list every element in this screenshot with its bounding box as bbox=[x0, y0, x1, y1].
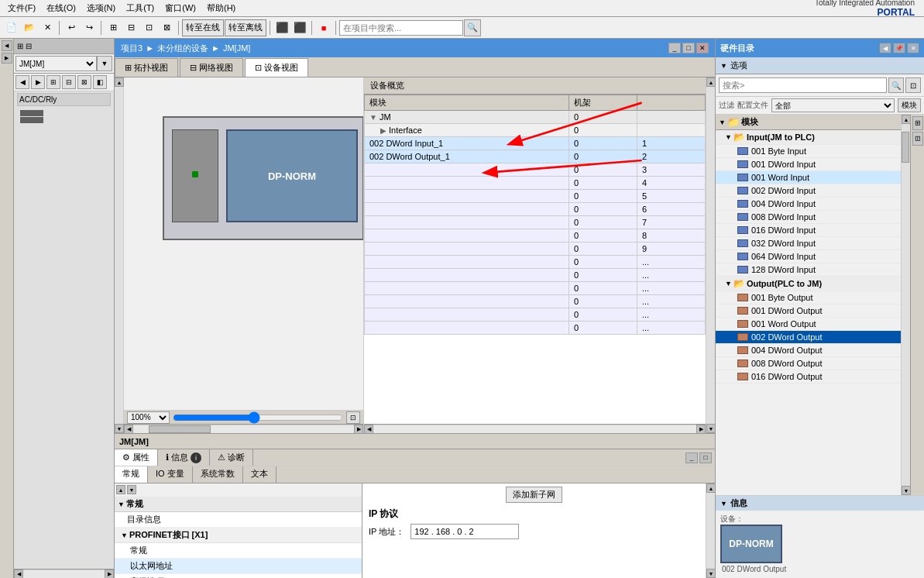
catalog-output-group[interactable]: ▼ 📂 Output(PLC to JM) bbox=[716, 277, 901, 291]
catalog-collapse[interactable]: ◀ bbox=[879, 43, 891, 53]
titlebar-minimize[interactable]: _ bbox=[668, 43, 681, 53]
toolbar-go-online[interactable]: 转至在线 bbox=[182, 19, 224, 36]
catalog-item-002-dword-output[interactable]: 002 DWord Output bbox=[716, 331, 901, 344]
prop-item-general2[interactable]: 常规 bbox=[115, 543, 362, 559]
breadcrumb-project[interactable]: 项目3 bbox=[121, 43, 143, 54]
menu-tools[interactable]: 工具(T) bbox=[122, 1, 159, 15]
prop-item-advanced[interactable]: 高级选项 bbox=[115, 574, 362, 578]
status-minimize[interactable]: _ bbox=[685, 452, 698, 463]
prop-group-profinet[interactable]: ▼ PROFINET接口 [X1] bbox=[115, 528, 362, 543]
catalog-search-btn2[interactable]: ⊡ bbox=[905, 77, 921, 93]
toolbar-btn5[interactable]: ⬛ bbox=[273, 19, 290, 36]
menu-window[interactable]: 窗口(W) bbox=[160, 1, 201, 15]
table-row[interactable]: 0 ... bbox=[365, 322, 706, 335]
prop-group-general[interactable]: ▼ 常规 bbox=[115, 497, 362, 512]
status-tab-info[interactable]: ℹ 信息 i bbox=[158, 449, 210, 466]
table-row[interactable]: 0 6 bbox=[365, 203, 706, 216]
catalog-search[interactable] bbox=[719, 77, 887, 93]
catalog-item-004-dword-input[interactable]: 004 DWord Input bbox=[716, 198, 901, 211]
bottom-tab-sysconst[interactable]: 系统常数 bbox=[193, 466, 243, 483]
menu-options[interactable]: 选项(N) bbox=[82, 1, 120, 15]
ip-input[interactable] bbox=[410, 524, 519, 539]
tab-device-view[interactable]: ⊡ 设备视图 bbox=[245, 58, 308, 77]
zoom-fit[interactable]: ⊡ bbox=[346, 411, 360, 424]
info-header[interactable]: ▼ 信息 bbox=[716, 496, 924, 511]
device-selector-btn[interactable]: ▼ bbox=[97, 56, 112, 71]
toolbar-stop[interactable]: ■ bbox=[315, 19, 332, 36]
bottom-tab-io[interactable]: IO 变量 bbox=[148, 466, 193, 483]
status-expand[interactable]: □ bbox=[699, 452, 712, 463]
left-strip-btn2[interactable]: ▶ bbox=[2, 53, 12, 64]
table-row[interactable]: 0 7 bbox=[365, 216, 706, 229]
zoom-slider[interactable] bbox=[173, 413, 343, 422]
toolbar-open[interactable]: 📂 bbox=[21, 19, 38, 36]
catalog-item-008-dword-input[interactable]: 008 DWord Input bbox=[716, 211, 901, 224]
catalog-search-btn1[interactable]: 🔍 bbox=[888, 77, 904, 93]
catalog-item-008-dword-output[interactable]: 008 DWord Output bbox=[716, 357, 901, 370]
left-hscroll-right[interactable]: ▶ bbox=[105, 569, 114, 579]
table-row-dword-output[interactable]: 002 DWord Output_1 0 2 bbox=[365, 150, 706, 163]
catalog-item-004-dword-output[interactable]: 004 DWord Output bbox=[716, 344, 901, 357]
toolbar-redo[interactable]: ↪ bbox=[81, 19, 98, 36]
catalog-close[interactable]: ✕ bbox=[907, 43, 919, 53]
nav-btn4[interactable]: ⊟ bbox=[62, 75, 76, 89]
bottom-tab-text[interactable]: 文本 bbox=[243, 466, 277, 483]
device-selector[interactable]: JM[JM] bbox=[15, 56, 97, 71]
breadcrumb-device[interactable]: 未分组的设备 bbox=[157, 43, 208, 54]
toolbar-btn3[interactable]: ⊡ bbox=[140, 19, 157, 36]
vscroll-down[interactable]: ▼ bbox=[115, 424, 124, 433]
vscroll-up[interactable]: ▲ bbox=[115, 77, 124, 87]
status-tab-props[interactable]: ⚙ 属性 bbox=[115, 449, 158, 466]
nav-btn5[interactable]: ⊠ bbox=[77, 75, 91, 89]
left-hscroll-left[interactable]: ◀ bbox=[14, 569, 23, 579]
add-subnet-btn[interactable]: 添加新子网 bbox=[506, 487, 562, 503]
vtab2[interactable]: ⊟ bbox=[912, 132, 923, 146]
titlebar-restore[interactable]: □ bbox=[682, 43, 695, 53]
table-row[interactable]: 0 ... bbox=[365, 295, 706, 308]
catalog-input-group[interactable]: ▼ 📂 Input(JM to PLC) bbox=[716, 130, 901, 145]
catalog-item-001-dword-input[interactable]: 001 DWord Input bbox=[716, 158, 901, 171]
menu-help[interactable]: 帮助(H) bbox=[202, 1, 240, 15]
toolbar-btn1[interactable]: ⊞ bbox=[105, 19, 122, 36]
filter-select[interactable]: 全部 bbox=[771, 98, 895, 112]
canvas-hscroll-left[interactable]: ◀ bbox=[124, 425, 133, 434]
toolbar-btn2[interactable]: ⊟ bbox=[122, 19, 139, 36]
catalog-item-002-dword-input[interactable]: 002 DWord Input bbox=[716, 184, 901, 198]
options-header[interactable]: ▼ 选项 bbox=[716, 57, 924, 74]
catalog-item-001-dword-output[interactable]: 001 DWord Output bbox=[716, 304, 901, 318]
vtab1[interactable]: ⊞ bbox=[912, 116, 923, 130]
prop-item-ethernet[interactable]: 以太网地址 bbox=[115, 559, 362, 574]
toolbar-btn4[interactable]: ⊠ bbox=[158, 19, 175, 36]
tab-topology[interactable]: ⊞ 拓扑视图 bbox=[115, 58, 178, 77]
catalog-item-001-word-input[interactable]: 001 Word Input bbox=[716, 171, 901, 184]
table-hscroll-left[interactable]: ◀ bbox=[364, 425, 373, 434]
catalog-item-064-dword-input[interactable]: 064 DWord Input bbox=[716, 250, 901, 263]
nav-collapse[interactable]: ◧ bbox=[93, 75, 107, 89]
table-row[interactable]: 0 4 bbox=[365, 177, 706, 190]
device-overview-tab[interactable]: 设备概览 bbox=[364, 77, 706, 95]
search-button[interactable]: 🔍 bbox=[464, 19, 481, 36]
table-row[interactable]: 0 9 bbox=[365, 243, 706, 256]
search-input[interactable] bbox=[339, 20, 463, 36]
nav-btn2[interactable]: ▶ bbox=[31, 75, 45, 89]
table-row[interactable]: 0 ... bbox=[365, 308, 706, 322]
catalog-item-016-dword-output[interactable]: 016 DWord Output bbox=[716, 370, 901, 384]
catalog-item-016-dword-input[interactable]: 016 DWord Input bbox=[716, 224, 901, 237]
catalog-modules-header[interactable]: ▼ 📁 模块 bbox=[716, 115, 901, 130]
tree-scroll-up[interactable]: ▲ bbox=[116, 485, 125, 494]
toolbar-btn6[interactable]: ⬛ bbox=[291, 19, 308, 36]
canvas-hscroll-right[interactable]: ▶ bbox=[354, 425, 363, 434]
left-strip-btn1[interactable]: ◀ bbox=[2, 40, 12, 51]
toolbar-go-offline[interactable]: 转至离线 bbox=[225, 19, 266, 36]
table-row[interactable]: 0 ... bbox=[365, 256, 706, 269]
breadcrumb-jm[interactable]: JM[JM] bbox=[223, 43, 250, 53]
table-hscroll-right[interactable]: ▶ bbox=[696, 425, 706, 434]
zoom-select[interactable]: 100% bbox=[127, 411, 170, 424]
catalog-item-032-dword-input[interactable]: 032 DWord Input bbox=[716, 237, 901, 250]
catalog-pin[interactable]: 📌 bbox=[893, 43, 905, 53]
bottom-tab-general[interactable]: 常规 bbox=[115, 466, 148, 483]
filter-module-btn[interactable]: 模块 bbox=[898, 98, 921, 112]
menu-online[interactable]: 在线(O) bbox=[42, 1, 81, 15]
catalog-item-001-byte-output[interactable]: 001 Byte Output bbox=[716, 291, 901, 304]
table-row-dword-input[interactable]: 002 DWord Input_1 0 1 bbox=[365, 137, 706, 150]
